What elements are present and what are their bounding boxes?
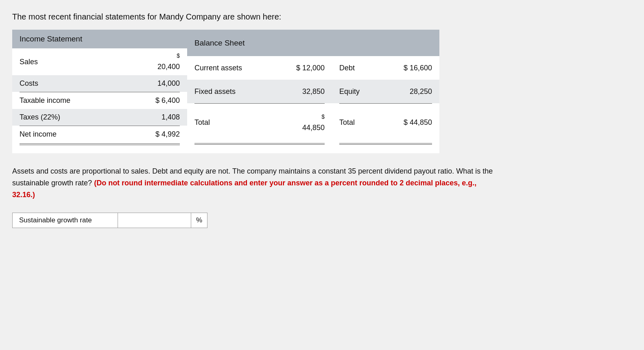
balance-total-underline bbox=[187, 141, 439, 145]
current-assets-value: $ 12,000 bbox=[273, 56, 332, 80]
taxable-income-row: Taxable income $ 6,400 bbox=[12, 92, 187, 109]
balance-sheet-header: Balance Sheet bbox=[187, 30, 439, 56]
balance-sheet-title: Balance Sheet bbox=[187, 30, 439, 56]
current-assets-label: Current assets bbox=[187, 56, 273, 80]
equity-value: 28,250 bbox=[380, 80, 439, 103]
fixed-assets-value: 32,850 bbox=[273, 80, 332, 103]
costs-label: Costs bbox=[12, 75, 122, 92]
income-statement-table: Income Statement Sales $20,400 Costs 14,… bbox=[12, 30, 187, 153]
costs-value: 14,000 bbox=[122, 75, 187, 92]
intro-text: The most recent financial statements for… bbox=[12, 12, 632, 22]
net-income-row: Net income $ 4,992 bbox=[12, 126, 187, 143]
income-statement-header: Income Statement bbox=[12, 30, 187, 48]
taxable-income-value: $ 6,400 bbox=[122, 92, 187, 109]
taxes-value: 1,408 bbox=[122, 109, 187, 126]
description-text: Assets and costs are proportional to sal… bbox=[12, 165, 500, 200]
balance-total-row: Total $44,850 Total $ 44,850 bbox=[187, 104, 439, 141]
income-statement-title: Income Statement bbox=[12, 30, 187, 48]
taxes-row: Taxes (22%) 1,408 bbox=[12, 109, 187, 126]
total-assets-value: $44,850 bbox=[273, 104, 332, 141]
fixed-assets-label: Fixed assets bbox=[187, 80, 273, 103]
total-liabilities-value: $ 44,850 bbox=[380, 104, 439, 141]
sustainable-growth-input[interactable] bbox=[118, 213, 191, 228]
costs-row: Costs 14,000 bbox=[12, 75, 187, 92]
answer-row: Sustainable growth rate % bbox=[12, 213, 632, 228]
sales-label: Sales bbox=[12, 48, 122, 75]
taxable-income-label: Taxable income bbox=[12, 92, 122, 109]
equity-label: Equity bbox=[332, 80, 380, 103]
sales-value: $20,400 bbox=[122, 48, 187, 75]
sales-row: Sales $20,400 bbox=[12, 48, 187, 75]
fixed-assets-row: Fixed assets 32,850 Equity 28,250 bbox=[187, 80, 439, 103]
percent-symbol: % bbox=[191, 213, 207, 228]
sustainable-growth-label: Sustainable growth rate bbox=[12, 213, 118, 228]
debt-value: $ 16,600 bbox=[380, 56, 439, 80]
taxes-label: Taxes (22%) bbox=[12, 109, 122, 126]
total-liabilities-label: Total bbox=[332, 104, 380, 141]
debt-label: Debt bbox=[332, 56, 380, 80]
net-income-value: $ 4,992 bbox=[122, 126, 187, 143]
balance-sheet-table: Balance Sheet Current assets $ 12,000 De… bbox=[187, 30, 439, 153]
current-assets-row: Current assets $ 12,000 Debt $ 16,600 bbox=[187, 56, 439, 80]
total-assets-label: Total bbox=[187, 104, 273, 141]
net-income-label: Net income bbox=[12, 126, 122, 143]
